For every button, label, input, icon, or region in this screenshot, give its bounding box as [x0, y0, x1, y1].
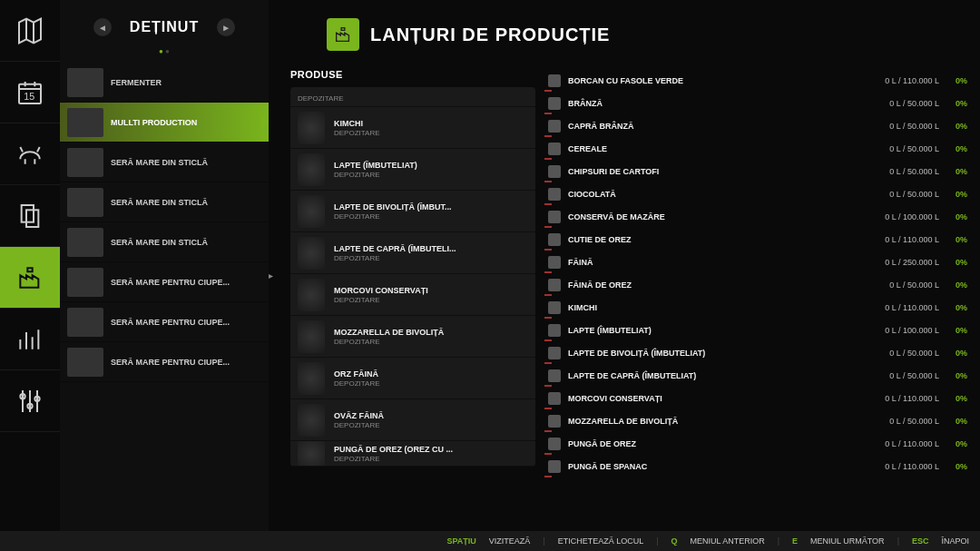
- stat-name: FĂINĂ: [568, 258, 877, 267]
- product-item[interactable]: ORZ FĂINĂDEPOZITARE: [290, 358, 535, 399]
- nav-map[interactable]: [0, 0, 60, 62]
- stat-amount: 0 L / 100.000 L: [885, 212, 939, 221]
- product-name: PUNGĂ DE OREZ (OREZ CU ...: [334, 445, 453, 454]
- product-storage-label: DEPOZITARE: [334, 254, 456, 262]
- stat-percentage: 0%: [956, 349, 967, 358]
- separator: |: [656, 536, 658, 546]
- stat-item[interactable]: CUTIE DE OREZ0 L / 110.000 L0%: [544, 228, 971, 251]
- product-item[interactable]: LAPTE DE BIVOLIȚĂ (ÎMBUT...DEPOZITARE: [290, 191, 535, 232]
- svg-rect-3: [26, 210, 38, 227]
- hint-key: SPAȚIU: [446, 536, 475, 546]
- svg-text:15: 15: [24, 91, 34, 102]
- stat-item[interactable]: LAPTE (ÎMBUTELIAT)0 L / 100.000 L0%: [544, 319, 971, 341]
- product-storage-label: DEPOZITARE: [334, 379, 380, 388]
- hint-key: Q: [671, 536, 678, 546]
- product-item[interactable]: KIMCHIDEPOZITARE: [290, 107, 535, 149]
- stat-icon: [548, 74, 561, 87]
- stat-item[interactable]: FĂINĂ0 L / 250.000 L0%: [544, 251, 971, 273]
- nav-animals[interactable]: [0, 123, 60, 185]
- owned-item[interactable]: SERĂ MARE DIN STICLĂ: [60, 222, 269, 262]
- owned-item[interactable]: SERĂ MARE PENTRU CIUPE...: [60, 342, 269, 382]
- product-item[interactable]: DEPOZITARE: [290, 87, 535, 107]
- stat-percentage: 0%: [956, 167, 967, 176]
- hint-key: ESC: [912, 536, 929, 546]
- stat-item[interactable]: MORCOVI CONSERVAȚI0 L / 110.000 L0%: [544, 387, 971, 409]
- product-thumbnail: [298, 441, 325, 467]
- product-name: MOZZARELLA DE BIVOLIȚĂ: [334, 328, 444, 337]
- product-storage-label: DEPOZITARE: [334, 171, 417, 179]
- stat-amount: 0 L / 50.000 L: [889, 144, 939, 153]
- stat-name: FĂINĂ DE OREZ: [568, 280, 882, 290]
- stat-icon: [548, 233, 561, 246]
- stat-percentage: 0%: [956, 76, 967, 85]
- stat-icon: [548, 143, 561, 155]
- hint-label: MENIUL URMĂTOR: [810, 536, 885, 546]
- product-name: OVĂZ FĂINĂ: [334, 411, 384, 420]
- owned-item[interactable]: SERĂ MARE DIN STICLĂ: [60, 143, 269, 182]
- owned-item[interactable]: MULLTI PRODUCTION: [60, 103, 269, 143]
- nav-calendar[interactable]: 15: [0, 62, 60, 123]
- nav-documents[interactable]: [0, 185, 60, 247]
- owned-item-label: SERĂ MARE PENTRU CIUPE...: [111, 278, 230, 287]
- stat-amount: 0 L / 110.000 L: [885, 235, 939, 244]
- product-thumbnail: [298, 279, 325, 311]
- product-item[interactable]: LAPTE (ÎMBUTELIAT)DEPOZITARE: [290, 149, 535, 191]
- stat-item[interactable]: FĂINĂ DE OREZ0 L / 50.000 L0%: [544, 273, 971, 296]
- hint-label: MENIUL ANTERIOR: [691, 536, 765, 546]
- stat-item[interactable]: CIOCOLATĂ0 L / 50.000 L0%: [544, 182, 971, 205]
- stat-item[interactable]: LAPTE DE BIVOLIȚĂ (ÎMBUTELIAT)0 L / 50.0…: [544, 341, 971, 364]
- stat-name: BORCAN CU FASOLE VERDE: [568, 76, 877, 85]
- stat-item[interactable]: LAPTE DE CAPRĂ (ÎMBUTELIAT)0 L / 50.000 …: [544, 364, 971, 387]
- footer-hints: SPAȚIUVIZITEAZĂ|ETICHETEAZĂ LOCUL|QMENIU…: [0, 531, 980, 551]
- owned-item[interactable]: FERMENTER: [60, 63, 269, 103]
- stat-item[interactable]: CONSERVĂ DE MAZĂRE0 L / 100.000 L0%: [544, 205, 971, 228]
- stat-name: MORCOVI CONSERVAȚI: [568, 394, 877, 403]
- production-icon: [327, 18, 359, 51]
- building-thumbnail: [67, 268, 103, 297]
- owned-prev-button[interactable]: ◄: [93, 18, 112, 36]
- nav-stats[interactable]: [0, 309, 60, 370]
- product-item[interactable]: MOZZARELLA DE BIVOLIȚĂDEPOZITARE: [290, 316, 535, 358]
- building-thumbnail: [67, 348, 103, 377]
- owned-next-button[interactable]: ►: [217, 18, 235, 36]
- owned-item[interactable]: SERĂ MARE DIN STICLĂ: [60, 182, 269, 222]
- product-storage-label: DEPOZITARE: [334, 129, 380, 137]
- product-name: LAPTE DE BIVOLIȚĂ (ÎMBUT...: [334, 202, 452, 212]
- product-storage-label: DEPOZITARE: [334, 296, 428, 304]
- stat-icon: [548, 279, 561, 291]
- stat-item[interactable]: PUNGĂ DE SPANAC0 L / 110.000 L0%: [544, 455, 971, 477]
- owned-item-label: FERMENTER: [111, 78, 162, 87]
- owned-item-label: SERĂ MARE DIN STICLĂ: [111, 238, 208, 247]
- product-item[interactable]: MORCOVI CONSERVAȚIDEPOZITARE: [290, 274, 535, 316]
- nav-settings[interactable]: [0, 370, 60, 432]
- product-name: ORZ FĂINĂ: [334, 369, 380, 379]
- stat-icon: [548, 460, 561, 473]
- stat-amount: 0 L / 100.000 L: [885, 326, 939, 335]
- stat-amount: 0 L / 110.000 L: [885, 462, 939, 471]
- product-name: KIMCHI: [334, 119, 380, 128]
- hint-label: ÎNAPOI: [941, 536, 969, 546]
- stat-item[interactable]: MOZZARELLA DE BIVOLIȚĂ0 L / 50.000 L0%: [544, 409, 971, 432]
- product-thumbnail: [298, 362, 325, 395]
- expand-handle[interactable]: ▸: [269, 258, 276, 294]
- nav-production[interactable]: [0, 247, 60, 309]
- product-item[interactable]: OVĂZ FĂINĂDEPOZITARE: [290, 399, 535, 441]
- stat-item[interactable]: CHIPSURI DE CARTOFI0 L / 50.000 L0%: [544, 160, 971, 182]
- owned-item[interactable]: SERĂ MARE PENTRU CIUPE...: [60, 262, 269, 302]
- stat-item[interactable]: CAPRĂ BRÂNZĂ0 L / 50.000 L0%: [544, 114, 971, 137]
- product-item[interactable]: PUNGĂ DE OREZ (OREZ CU ...DEPOZITARE: [290, 441, 535, 467]
- stat-item[interactable]: BORCAN CU FASOLE VERDE0 L / 110.000 L0%: [544, 69, 971, 92]
- product-storage-label: DEPOZITARE: [334, 338, 444, 346]
- stat-name: KIMCHI: [568, 303, 877, 312]
- stat-amount: 0 L / 50.000 L: [889, 99, 939, 108]
- building-thumbnail: [67, 148, 103, 177]
- stat-name: LAPTE (ÎMBUTELIAT): [568, 326, 877, 335]
- stat-item[interactable]: BRÂNZĂ0 L / 50.000 L0%: [544, 92, 971, 114]
- stat-item[interactable]: KIMCHI0 L / 110.000 L0%: [544, 296, 971, 319]
- stat-item[interactable]: CEREALE0 L / 50.000 L0%: [544, 137, 971, 160]
- product-storage-label: DEPOZITARE: [298, 94, 344, 103]
- product-item[interactable]: LAPTE DE CAPRĂ (ÎMBUTELI...DEPOZITARE: [290, 232, 535, 274]
- owned-item[interactable]: SERĂ MARE PENTRU CIUPE...: [60, 302, 269, 342]
- stat-icon: [548, 188, 561, 201]
- stat-item[interactable]: PUNGĂ DE OREZ0 L / 110.000 L0%: [544, 432, 971, 455]
